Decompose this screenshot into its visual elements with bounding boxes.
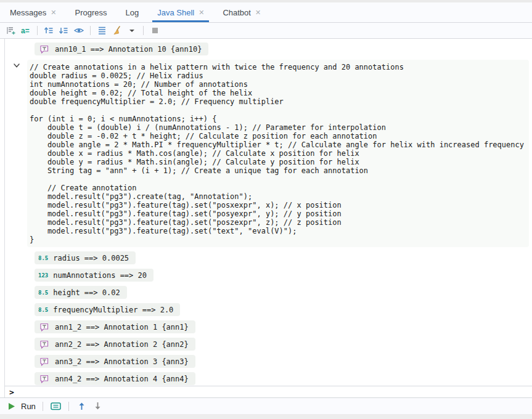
result-text: ann3_2 ==> Annotation 3 {ann3} [55, 357, 189, 366]
annotation-icon [38, 321, 50, 333]
console-panel: ann10_1 ==> Annotation 10 {ann10} // Cre… [0, 38, 532, 397]
tab-messages[interactable]: Messages✕ [4, 2, 62, 22]
scroll-down-icon[interactable] [58, 25, 70, 36]
result-text: ann4_2 ==> Annotation 4 {ann4} [55, 375, 189, 383]
tab-label: Log [126, 8, 139, 17]
code-block: // Create annotations in a helix pattern… [27, 60, 529, 247]
toolbar-separator [68, 402, 69, 411]
java-shell-window: Messages✕ProgressLogJava Shell✕Chatbot✕ … [0, 0, 532, 419]
wrap-lines-icon[interactable] [96, 25, 108, 36]
annotation-icon [38, 43, 50, 55]
eye-icon[interactable] [73, 25, 84, 36]
console-toolbar: a= [0, 23, 532, 38]
run-bar: Run [0, 397, 532, 414]
result-text: height ==> 0.02 [53, 288, 120, 297]
result-text: radius ==> 0.0025 [53, 254, 129, 262]
toolbar-separator [37, 26, 38, 35]
result-row: 8.5radius ==> 0.0025 [35, 251, 136, 264]
list-add-icon[interactable] [5, 25, 17, 36]
show-values-icon[interactable]: a= [20, 25, 31, 36]
caret-down-icon[interactable] [126, 25, 137, 36]
tab-close-icon[interactable]: ✕ [255, 9, 261, 16]
result-text: frequencyMultiplier ==> 2.0 [53, 306, 173, 314]
tab-label: Progress [75, 8, 107, 17]
tab-chatbot[interactable]: Chatbot✕ [216, 2, 267, 22]
annotation-icon [38, 356, 50, 367]
tab-close-icon[interactable]: ✕ [51, 9, 56, 16]
result-row: ann2_2 ==> Annotation 2 {ann2} [35, 338, 195, 351]
double-type-icon: 8.5 [38, 255, 48, 261]
result-text: numAnnotations ==> 20 [53, 271, 147, 280]
toolbar-separator [43, 402, 43, 411]
scroll-up-icon[interactable] [43, 25, 55, 36]
int-type-icon: 123 [38, 272, 48, 279]
annotation-icon [38, 338, 50, 350]
tab-label: Messages [10, 8, 46, 17]
double-type-icon: 8.5 [38, 307, 48, 313]
toolbar-separator [143, 26, 144, 35]
result-text: ann10_1 ==> Annotation 10 {ann10} [55, 45, 202, 54]
tab-close-icon[interactable]: ✕ [198, 9, 204, 16]
collapse-chevron-icon[interactable] [12, 60, 22, 70]
code-block-wrap: // Create annotations in a helix pattern… [27, 60, 529, 247]
run-button-label[interactable]: Run [21, 402, 36, 411]
result-row: 8.5height ==> 0.02 [35, 286, 127, 299]
arrow-up-icon[interactable] [76, 401, 88, 412]
results-list: 8.5radius ==> 0.0025123numAnnotations ==… [5, 251, 532, 385]
tab-label: Java Shell [157, 8, 194, 17]
prompt-input-line[interactable]: > [4, 386, 532, 397]
double-type-icon: 8.5 [38, 290, 48, 296]
run-play-icon[interactable] [6, 401, 17, 412]
arrow-down-icon[interactable] [92, 401, 104, 412]
result-row: 123numAnnotations ==> 20 [35, 269, 153, 282]
console-output-area: ann10_1 ==> Annotation 10 {ann10} // Cre… [4, 39, 532, 386]
result-row: ann1_2 ==> Annotation 1 {ann1} [35, 320, 195, 333]
tab-log[interactable]: Log [120, 2, 145, 22]
annotation-icon [38, 373, 50, 384]
previous-result-slot: ann10_1 ==> Annotation 10 {ann10} [5, 43, 532, 55]
svg-text:a=: a= [21, 26, 30, 35]
tab-java-shell[interactable]: Java Shell✕ [151, 2, 210, 22]
tab-bar: Messages✕ProgressLogJava Shell✕Chatbot✕ [0, 2, 532, 22]
result-text: ann2_2 ==> Annotation 2 {ann2} [55, 340, 189, 349]
toolbar-separator [90, 26, 91, 35]
stop-icon[interactable] [149, 25, 161, 36]
prompt-symbol: > [9, 388, 14, 397]
tab-progress[interactable]: Progress [68, 2, 113, 22]
result-text: ann1_2 ==> Annotation 1 {ann1} [55, 323, 189, 332]
result-row: 8.5frequencyMultiplier ==> 2.0 [35, 303, 180, 316]
result-row: ann4_2 ==> Annotation 4 {ann4} [35, 372, 195, 385]
tab-label: Chatbot [223, 8, 251, 17]
window-bottom-strip [0, 414, 532, 419]
result-row: ann10_1 ==> Annotation 10 {ann10} [35, 43, 208, 55]
console-icon[interactable] [50, 401, 62, 412]
result-row: ann3_2 ==> Annotation 3 {ann3} [35, 355, 195, 368]
clear-broom-icon[interactable] [111, 25, 123, 36]
